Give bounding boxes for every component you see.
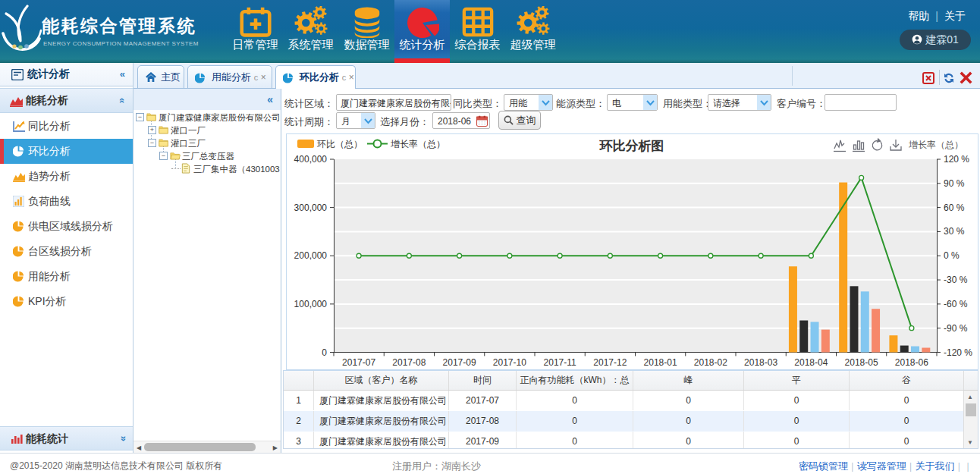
- svg-text:100,000: 100,000: [294, 299, 328, 309]
- svg-text:0 %: 0 %: [944, 250, 960, 261]
- svg-text:环比（总）: 环比（总）: [316, 139, 363, 149]
- svg-text:增长率（总）: 增长率（总）: [391, 139, 445, 149]
- svg-text:120 %: 120 %: [944, 154, 969, 165]
- svg-text:30 %: 30 %: [944, 226, 965, 237]
- svg-text:2018-03: 2018-03: [744, 357, 777, 368]
- svg-text:400,000: 400,000: [294, 154, 328, 165]
- svg-text:-120 %: -120 %: [944, 347, 972, 358]
- svg-text:2018-04: 2018-04: [794, 357, 828, 368]
- svg-text:300,000: 300,000: [294, 202, 328, 213]
- svg-text:2018-02: 2018-02: [694, 357, 727, 368]
- svg-text:2017-12: 2017-12: [593, 357, 627, 368]
- svg-text:2018-05: 2018-05: [845, 357, 878, 368]
- svg-text:-90 %: -90 %: [944, 323, 968, 334]
- svg-text:2017-08: 2017-08: [392, 357, 426, 368]
- svg-text:2017-10: 2017-10: [493, 357, 526, 368]
- svg-text:60 %: 60 %: [944, 202, 965, 213]
- svg-text:-60 %: -60 %: [944, 299, 968, 309]
- svg-text:2018-06: 2018-06: [895, 357, 928, 368]
- svg-text:2017-11: 2017-11: [544, 357, 576, 368]
- svg-text:0: 0: [322, 347, 327, 358]
- svg-text:90 %: 90 %: [944, 178, 965, 189]
- svg-text:200,000: 200,000: [294, 250, 328, 261]
- svg-text:环比分析图: 环比分析图: [599, 139, 664, 153]
- svg-text:增长率（总）: 增长率（总）: [909, 140, 963, 150]
- svg-text:2017-07: 2017-07: [342, 357, 375, 368]
- svg-text:2017-09: 2017-09: [443, 357, 476, 368]
- svg-text:2018-01: 2018-01: [644, 357, 677, 368]
- svg-text:-30 %: -30 %: [944, 275, 968, 285]
